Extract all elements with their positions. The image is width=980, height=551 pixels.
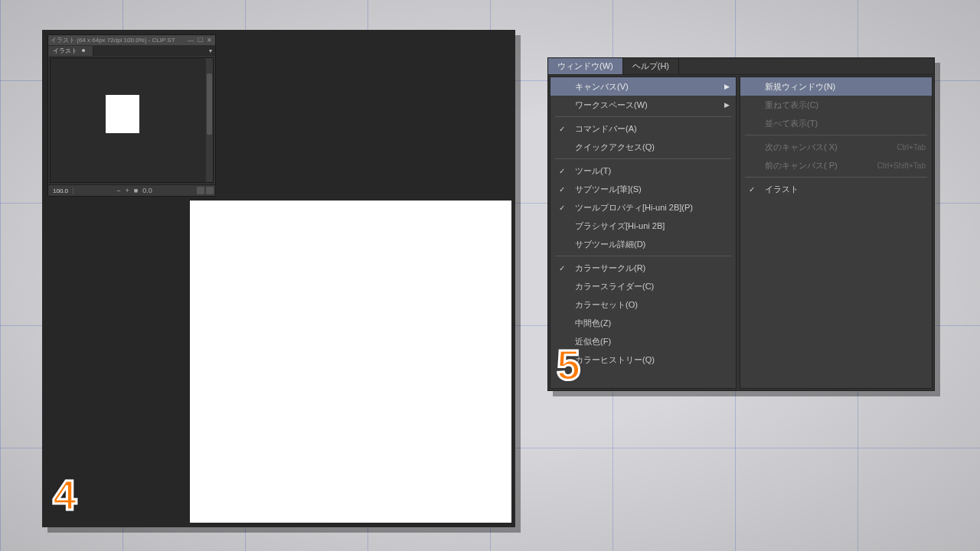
menu-item-label: カラーヒストリー(Q) <box>570 354 730 366</box>
navigator-scrollbar[interactable] <box>206 58 213 182</box>
menu-item[interactable]: 新規ウィンドウ(N) <box>740 77 932 96</box>
menu-item[interactable]: ✓サブツール[筆](S) <box>550 180 736 198</box>
menu-item-label: イラスト <box>760 184 926 195</box>
menu-item-label: 次のキャンバス( X) <box>760 142 897 153</box>
menu-item-label: クイックアクセス(Q) <box>570 142 730 153</box>
navigator-thumbnail <box>106 95 139 133</box>
menu-item-label: コマンドバー(A) <box>570 123 730 135</box>
step-badge-5: 5 <box>557 340 579 390</box>
menu-item-shortcut: Ctrl+Shift+Tab <box>877 161 926 170</box>
chevron-right-icon: ▶ <box>724 83 730 90</box>
menu-item-label: 近似色(F) <box>570 336 730 347</box>
menu-item[interactable]: クイックアクセス(Q) <box>550 138 736 156</box>
menu-item[interactable]: ワークスペース(W)▶ <box>550 96 736 114</box>
zoom-value-right: 0.0 <box>142 187 152 194</box>
menu-separator <box>555 116 731 117</box>
menu-separator <box>745 177 927 178</box>
window-controls: — ☐ ✕ <box>187 37 213 44</box>
zoom-in-icon[interactable]: + <box>126 187 129 194</box>
menu-tab[interactable]: ヘルプ(H) <box>623 58 679 74</box>
menu-item[interactable]: ✓コマンドバー(A) <box>550 119 736 138</box>
menu-item-label: 重ねて表示(C) <box>760 99 926 111</box>
window-menu: ウィンドウ(W)ヘルプ(H) キャンバス(V)▶ワークスペース(W)▶✓コマンド… <box>547 57 935 391</box>
menu-item-label: キャンバス(V) <box>570 81 724 93</box>
menu-item-label: ツール(T) <box>570 165 730 177</box>
menu-item[interactable]: ブラシサイズ[Hi-uni 2B] <box>550 217 736 235</box>
menu-item[interactable]: カラースライダー(C) <box>550 277 736 295</box>
menu-item: 前のキャンバス( P)Ctrl+Shift+Tab <box>740 156 932 174</box>
check-icon: ✓ <box>554 167 570 175</box>
minimize-icon[interactable]: — <box>187 37 194 44</box>
zoom-value-left[interactable]: 100.0 <box>48 187 74 194</box>
menu-item-label: サブツール詳細(D) <box>570 239 730 250</box>
menu-item[interactable]: ✓ツール(T) <box>550 161 736 180</box>
menu-item-label: ツールプロパティ[Hi-uni 2B](P) <box>570 202 730 214</box>
menu-body: キャンバス(V)▶ワークスペース(W)▶✓コマンドバー(A)クイックアクセス(Q… <box>548 75 934 390</box>
main-canvas[interactable] <box>190 201 511 523</box>
menu-item-label: 前のキャンバス( P) <box>760 160 877 171</box>
menu-separator <box>745 135 927 135</box>
footer-buttons <box>195 187 215 194</box>
menu-item-label: カラーサークル(R) <box>570 262 730 274</box>
check-icon: ✓ <box>554 204 570 212</box>
zoom-out-icon[interactable]: − <box>116 187 120 194</box>
menu-item[interactable]: カラーセット(O) <box>550 295 736 314</box>
menu-item[interactable]: 中間色(Z) <box>550 314 736 332</box>
menu-item-shortcut: Ctrl+Tab <box>897 143 926 152</box>
chevron-right-icon: ▶ <box>724 101 730 109</box>
close-icon[interactable]: ✕ <box>205 37 213 44</box>
menu-item-label: ワークスペース(W) <box>570 99 724 111</box>
menu-item-label: サブツール[筆](S) <box>570 184 730 195</box>
step-badge-4: 4 <box>53 470 75 520</box>
menu-item[interactable]: ✓ツールプロパティ[Hi-uni 2B](P) <box>550 198 736 217</box>
navigator-tab-illust[interactable]: イラスト <box>48 46 93 56</box>
menu-item-label: ブラシサイズ[Hi-uni 2B] <box>570 220 730 232</box>
tab-dropdown-icon[interactable]: ▾ <box>206 47 215 54</box>
menu-separator <box>555 256 731 256</box>
menu-item[interactable]: キャンバス(V)▶ <box>550 77 736 96</box>
menu-tabbar: ウィンドウ(W)ヘルプ(H) <box>548 58 934 75</box>
menu-item-label: カラーセット(O) <box>570 299 730 311</box>
menu-item-label: 中間色(Z) <box>570 318 730 329</box>
menu-item[interactable]: ✓イラスト <box>740 180 932 198</box>
menu-item: 並べて表示(T) <box>740 114 932 132</box>
zoom-fit-icon[interactable]: ■ <box>134 187 138 194</box>
check-icon: ✓ <box>743 185 760 194</box>
menu-item[interactable]: サブツール詳細(D) <box>550 235 736 253</box>
menu-item: 次のキャンバス( X)Ctrl+Tab <box>740 138 932 156</box>
navigator-titlebar[interactable]: イラスト (64 x 64px 72dpi 100.0%) - CLIP ST … <box>48 35 215 45</box>
navigator-tabs: イラスト ▾ <box>48 45 215 56</box>
menu-separator <box>555 158 731 159</box>
maximize-icon[interactable]: ☐ <box>196 37 204 44</box>
app-window: イラスト (64 x 64px 72dpi 100.0%) - CLIP ST … <box>42 30 515 527</box>
navigator-title: イラスト (64 x 64px 72dpi 100.0%) - CLIP ST <box>51 36 175 44</box>
navigator-panel: イラスト (64 x 64px 72dpi 100.0%) - CLIP ST … <box>47 34 216 197</box>
check-icon: ✓ <box>554 185 570 194</box>
menu-item: 重ねて表示(C) <box>740 96 932 114</box>
footer-btn-1[interactable] <box>197 187 204 194</box>
scrollbar-thumb[interactable] <box>207 73 212 135</box>
navigator-view[interactable] <box>50 57 214 183</box>
menu-item-label: 新規ウィンドウ(N) <box>760 81 926 93</box>
menu-item-label: カラースライダー(C) <box>570 281 730 292</box>
check-icon: ✓ <box>554 125 570 133</box>
menu-item-label: 並べて表示(T) <box>760 118 926 129</box>
menu-tab[interactable]: ウィンドウ(W) <box>548 58 623 74</box>
menu-item[interactable]: ✓カラーサークル(R) <box>550 259 736 277</box>
zoom-controls: − + ■ 0.0 <box>74 187 195 194</box>
unsaved-dot-icon <box>82 49 85 52</box>
check-icon: ✓ <box>554 264 570 272</box>
footer-btn-2[interactable] <box>206 187 214 194</box>
navigator-footer: 100.0 − + ■ 0.0 <box>48 184 215 196</box>
menu-column-submenu: 新規ウィンドウ(N)重ねて表示(C)並べて表示(T)次のキャンバス( X)Ctr… <box>740 77 933 389</box>
navigator-tab-label: イラスト <box>53 47 77 55</box>
